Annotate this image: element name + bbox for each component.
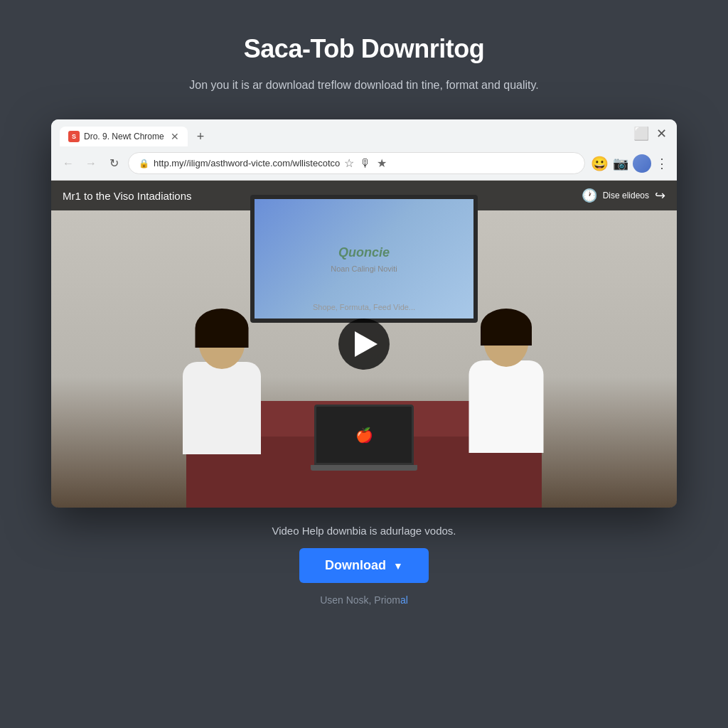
help-text: Video Help downbia is adurlage vodos.	[272, 525, 456, 537]
download-label: Download	[325, 558, 386, 573]
tab-close-icon[interactable]: ✕	[171, 131, 179, 142]
browser-tab[interactable]: S Dro. 9. Newt Chrome ✕	[60, 127, 188, 146]
tv-subtitle: Noan Calingi Noviti	[331, 264, 397, 273]
address-bar-actions: ☆ 🎙 ★	[344, 156, 387, 170]
bottom-section: Video Help downbia is adurlage vodos. Do…	[272, 525, 456, 606]
minimize-icon[interactable]: ⬜	[634, 127, 648, 141]
tab-favicon: S	[68, 131, 80, 142]
back-button[interactable]: ←	[60, 155, 77, 172]
url-text: http.my//iligm/asthword-victe.com/wllist…	[154, 158, 340, 168]
video-container: Mr1 to the Viso Intadiations 🕐 Dise elid…	[51, 181, 677, 508]
menu-icon[interactable]: ⋮	[655, 156, 668, 171]
new-tab-button[interactable]: +	[191, 127, 210, 146]
person-right	[435, 309, 577, 508]
emoji-icon: 😀	[591, 155, 609, 172]
footer-text-main: Usen Nosk, Priom	[320, 594, 400, 606]
apple-logo-icon: 🍎	[355, 427, 373, 444]
star-icon[interactable]: ☆	[344, 156, 354, 170]
laptop-base	[311, 465, 417, 471]
page-title: Saca-Tob Downritog	[244, 34, 484, 64]
camera-icon[interactable]: 📷	[613, 156, 628, 171]
close-icon[interactable]: ✕	[654, 127, 668, 141]
address-bar[interactable]: 🔒 http.my//iligm/asthword-victe.com/wlli…	[128, 152, 585, 174]
person-left	[151, 309, 293, 508]
tab-label: Dro. 9. Newt Chrome	[84, 132, 166, 141]
page-subtitle: Jon you it is ar download treflow downlo…	[189, 77, 539, 94]
play-button[interactable]	[338, 318, 390, 370]
mic-icon[interactable]: 🎙	[360, 157, 371, 170]
browser-tab-row: S Dro. 9. Newt Chrome ✕ + ⬜ ✕	[60, 127, 668, 146]
tv-screen: Quoncie Noan Calingi Noviti Shope, Formu…	[255, 199, 473, 318]
forward-button[interactable]: →	[82, 155, 100, 172]
browser-content: Mr1 to the Viso Intadiations 🕐 Dise elid…	[51, 181, 677, 508]
lock-icon: 🔒	[139, 159, 149, 168]
video-top-right-label: Dise elideos	[603, 191, 649, 200]
tv-brand: Quoncie	[338, 245, 390, 260]
clock-icon: 🕐	[582, 188, 597, 203]
footer-text-highlight: al	[400, 594, 408, 606]
bookmark-icon[interactable]: ★	[377, 156, 387, 170]
tv-display: Quoncie Noan Calingi Noviti Shope, Formu…	[250, 195, 478, 323]
share-icon[interactable]: ↪	[655, 188, 665, 203]
video-scene: Mr1 to the Viso Intadiations 🕐 Dise elid…	[51, 181, 677, 508]
laptop: 🍎	[314, 405, 414, 465]
video-top-right: 🕐 Dise elideos ↪	[582, 188, 665, 203]
browser-chrome: S Dro. 9. Newt Chrome ✕ + ⬜ ✕	[51, 119, 677, 146]
browser-toolbar-right: 😀 📷 ⋮	[591, 154, 668, 173]
download-button[interactable]: Download ▼	[299, 548, 429, 583]
tv-lower-text: Shope, Formuta, Feed Vide...	[313, 303, 415, 311]
browser-window: S Dro. 9. Newt Chrome ✕ + ⬜ ✕ ← → ↻ 🔒 ht…	[51, 119, 677, 508]
footer-text: Usen Nosk, Priomal	[320, 594, 408, 606]
browser-controls-row: ← → ↻ 🔒 http.my//iligm/asthword-victe.co…	[51, 146, 677, 181]
download-caret-icon: ▼	[393, 560, 403, 572]
play-triangle-icon	[355, 331, 378, 357]
video-title: Mr1 to the Viso Intadiations	[63, 190, 192, 202]
refresh-button[interactable]: ↻	[105, 155, 122, 172]
window-controls: ⬜ ✕	[634, 127, 668, 146]
avatar[interactable]	[633, 154, 651, 173]
laptop-screen: 🍎	[314, 405, 414, 465]
